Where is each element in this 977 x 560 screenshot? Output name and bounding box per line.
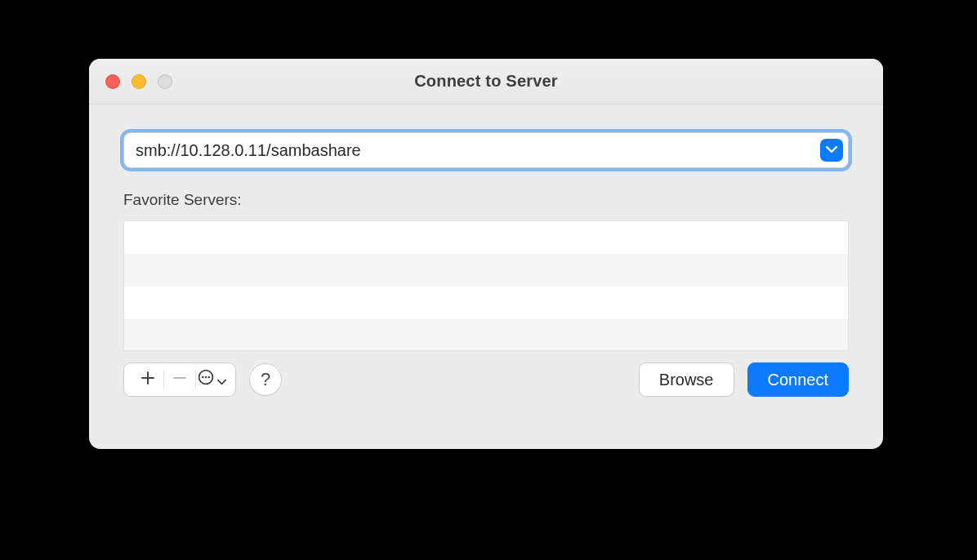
address-history-dropdown[interactable] — [820, 139, 843, 162]
minimize-window-button[interactable] — [132, 74, 146, 89]
ellipsis-circle-icon — [198, 369, 214, 390]
svg-point-1 — [202, 376, 204, 379]
titlebar: Connect to Server — [89, 59, 883, 104]
favorite-servers-list[interactable] — [123, 220, 849, 351]
help-button[interactable]: ? — [249, 363, 282, 396]
list-row — [124, 221, 848, 254]
add-favorite-button[interactable] — [134, 363, 162, 396]
favorite-servers-label: Favorite Servers: — [123, 191, 849, 209]
connect-to-server-window: Connect to Server Favorite Servers: — [89, 59, 883, 449]
window-title: Connect to Server — [414, 72, 558, 91]
connect-button[interactable]: Connect — [747, 362, 850, 397]
list-row — [124, 254, 848, 287]
window-controls — [105, 74, 172, 89]
favorites-edit-group — [123, 362, 236, 397]
minus-icon — [172, 369, 187, 390]
close-window-button[interactable] — [105, 74, 120, 89]
question-mark-icon: ? — [261, 369, 270, 390]
plus-icon — [141, 369, 155, 390]
list-row — [124, 287, 848, 319]
separator — [195, 371, 196, 389]
server-address-input[interactable] — [124, 133, 820, 167]
chevron-down-icon — [826, 144, 837, 158]
list-row — [124, 319, 848, 351]
svg-point-3 — [207, 376, 210, 379]
separator — [163, 371, 164, 389]
more-actions-button[interactable] — [198, 363, 225, 396]
svg-point-2 — [204, 376, 207, 379]
dialog-body: Favorite Servers: — [89, 104, 883, 449]
chevron-down-icon — [217, 369, 226, 390]
remove-favorite-button[interactable] — [166, 363, 194, 396]
browse-button[interactable]: Browse — [639, 362, 734, 397]
zoom-window-button[interactable] — [158, 74, 172, 89]
footer-toolbar: ? Browse Connect — [123, 362, 849, 397]
server-address-combo[interactable] — [123, 132, 849, 168]
